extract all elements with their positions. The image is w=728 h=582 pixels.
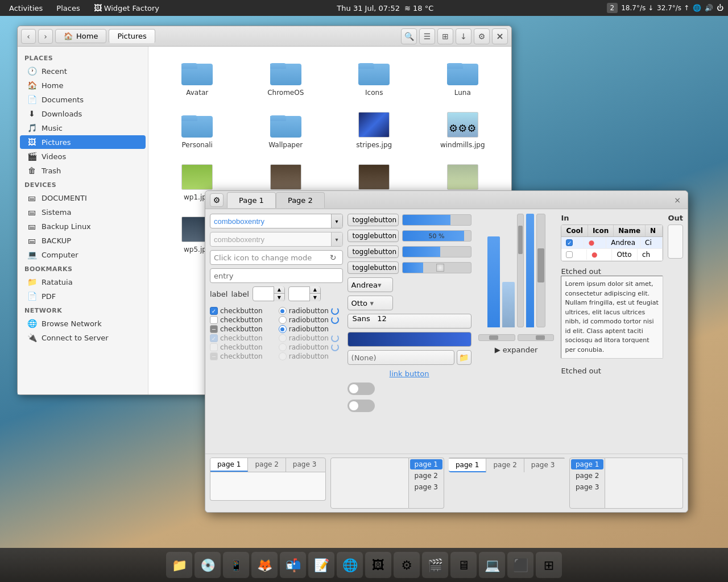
file-browse-button[interactable]: 📁 bbox=[457, 350, 471, 365]
activities-button[interactable]: Activities bbox=[5, 3, 47, 14]
workspace-indicator[interactable]: 2 bbox=[607, 3, 618, 13]
taskbar-icon-browser[interactable]: 🌐 bbox=[337, 552, 363, 578]
btab-page2-1[interactable]: page 2 bbox=[248, 458, 286, 472]
switch-2[interactable] bbox=[348, 400, 375, 412]
togglebutton-3[interactable]: togglebutton bbox=[348, 246, 399, 258]
btab-page1-3[interactable]: page 1 bbox=[449, 459, 486, 472]
tab-home[interactable]: 🏠 Home bbox=[55, 29, 106, 43]
row2-check[interactable] bbox=[566, 251, 573, 258]
combobox2[interactable]: ▾ bbox=[210, 232, 343, 247]
sidebar-item-sistema[interactable]: 🖴 Sistema bbox=[20, 205, 146, 219]
taskbar-icon-settings[interactable]: ⚙ bbox=[394, 552, 420, 578]
btab-page3-1[interactable]: page 3 bbox=[286, 458, 323, 472]
taskbar-icon-editor[interactable]: 📝 bbox=[308, 552, 334, 578]
tab-page1[interactable]: Page 1 bbox=[227, 192, 276, 208]
settings-button[interactable]: ⚙ bbox=[474, 28, 490, 44]
list-view-button[interactable]: ☰ bbox=[419, 28, 435, 44]
list-item[interactable]: Icons bbox=[332, 53, 416, 101]
sort-button[interactable]: ↓ bbox=[456, 28, 471, 44]
hscroll-1[interactable] bbox=[478, 334, 515, 341]
taskbar-icon-video[interactable]: 🎬 bbox=[422, 552, 448, 578]
spinner1-up[interactable]: ▲ bbox=[274, 286, 284, 294]
togglebutton-1[interactable]: togglebutton bbox=[348, 214, 399, 226]
radiobutton-2[interactable] bbox=[279, 316, 287, 324]
close-window-button[interactable]: × bbox=[492, 28, 508, 44]
sidebar-item-connect-server[interactable]: 🔌 Connect to Server bbox=[20, 331, 146, 344]
vscroll-1[interactable] bbox=[517, 214, 524, 327]
list-item[interactable]: Luna bbox=[421, 53, 505, 101]
sidebar-item-pictures[interactable]: 🖼 Pictures bbox=[20, 135, 146, 149]
vscroll-2[interactable] bbox=[536, 214, 545, 327]
sidebar-item-ratatuia[interactable]: 📁 Ratatuia bbox=[20, 275, 146, 289]
combobox2-input[interactable] bbox=[210, 235, 331, 244]
taskbar-icon-terminal[interactable]: ⬛ bbox=[507, 552, 533, 578]
refresh-icon[interactable]: ↻ bbox=[328, 252, 339, 263]
sidebar-item-documents[interactable]: 📄 Documents bbox=[20, 93, 146, 106]
list-item[interactable]: Wallpaper bbox=[244, 106, 328, 153]
table-row[interactable]: ● Otto ch bbox=[561, 249, 663, 261]
sidebar-item-trash[interactable]: 🗑 Trash bbox=[20, 164, 146, 177]
btab-page3-3[interactable]: page 3 bbox=[524, 459, 561, 472]
spinner1-down[interactable]: ▼ bbox=[274, 294, 284, 301]
list-item[interactable]: Personali bbox=[155, 106, 239, 153]
font-chooser-button[interactable]: Sans 12 bbox=[348, 314, 471, 329]
wd-settings-button[interactable]: ⚙ bbox=[210, 193, 224, 207]
vscroll-thumb-1[interactable] bbox=[518, 226, 523, 254]
combobox2-arrow[interactable]: ▾ bbox=[331, 232, 342, 246]
places-menu[interactable]: Places bbox=[52, 3, 84, 14]
combobox1-input[interactable] bbox=[210, 217, 331, 226]
row1-check[interactable] bbox=[566, 239, 573, 246]
sidebar-item-backup-linux[interactable]: 🖴 Backup Linux bbox=[20, 219, 146, 233]
table-row[interactable]: ● Andrea Ci bbox=[561, 237, 663, 249]
search-button[interactable]: 🔍 bbox=[401, 28, 417, 44]
hscroll-thumb-2[interactable] bbox=[536, 335, 545, 340]
btabs-list-item-1[interactable]: page 1 bbox=[410, 459, 442, 469]
tab-page2[interactable]: Page 2 bbox=[276, 192, 325, 208]
btab-page1-1[interactable]: page 1 bbox=[210, 458, 248, 472]
vscroll-thumb-2[interactable] bbox=[537, 248, 544, 282]
entry-field[interactable]: entry bbox=[210, 268, 343, 283]
dropdown-otto[interactable]: Otto ▾ bbox=[348, 296, 393, 310]
list-item[interactable]: Avatar bbox=[155, 53, 239, 101]
combobox1[interactable]: ▾ bbox=[210, 214, 343, 228]
hscroll-2[interactable] bbox=[518, 334, 555, 341]
taskbar-icon-mail[interactable]: 📬 bbox=[280, 552, 306, 578]
wd-close-button[interactable]: × bbox=[672, 194, 683, 206]
taskbar-icon-grid[interactable]: ⊞ bbox=[536, 552, 562, 578]
taskbar-icon-laptop[interactable]: 💻 bbox=[479, 552, 505, 578]
list-item[interactable]: ChromeOS bbox=[244, 53, 328, 101]
btab-page2-3[interactable]: page 2 bbox=[486, 459, 524, 472]
spinner2-up[interactable]: ▲ bbox=[310, 286, 320, 294]
sidebar-item-computer[interactable]: 💻 Computer bbox=[20, 248, 146, 261]
checkbutton-3[interactable] bbox=[210, 325, 218, 333]
sidebar-item-documenti[interactable]: 🖴 DOCUMENTI bbox=[20, 191, 146, 205]
combobox1-arrow[interactable]: ▾ bbox=[331, 214, 342, 228]
spinner2-down[interactable]: ▼ bbox=[310, 294, 320, 301]
togglebutton-2[interactable]: togglebutton bbox=[348, 230, 399, 242]
radiobutton-1[interactable] bbox=[279, 307, 287, 315]
sidebar-item-downloads[interactable]: ⬇ Downloads bbox=[20, 107, 146, 120]
forward-button[interactable]: › bbox=[38, 29, 53, 44]
taskbar-icon-photos[interactable]: 🖼 bbox=[365, 552, 391, 578]
radiobutton-3[interactable] bbox=[279, 325, 287, 333]
volume-icon[interactable]: 🔊 bbox=[705, 4, 713, 12]
hscroll-thumb-1[interactable] bbox=[489, 335, 498, 340]
sidebar-item-home[interactable]: 🏠 Home bbox=[20, 78, 146, 92]
checkbutton-2[interactable] bbox=[210, 316, 218, 324]
power-icon[interactable]: ⏻ bbox=[717, 4, 723, 12]
expander-row[interactable]: ▶ expander bbox=[495, 346, 538, 354]
grid-view-button[interactable]: ⊞ bbox=[437, 28, 453, 44]
color-button[interactable] bbox=[348, 332, 471, 347]
sidebar-item-music[interactable]: 🎵 Music bbox=[20, 121, 146, 135]
togglebutton-4[interactable]: togglebutton bbox=[348, 261, 399, 274]
list-item[interactable]: stripes.jpg bbox=[332, 106, 416, 153]
taskbar-icon-files[interactable]: 📁 bbox=[166, 552, 192, 578]
link-button[interactable]: link button bbox=[348, 368, 471, 379]
mode-entry[interactable]: Click icon to change mode ↻ bbox=[210, 250, 343, 265]
taskbar-icon-firefox[interactable]: 🦊 bbox=[251, 552, 278, 578]
spinner1[interactable]: ▲ ▼ bbox=[253, 286, 285, 301]
taskbar-icon-app3[interactable]: 📱 bbox=[223, 552, 249, 578]
spinner2[interactable]: ▲ ▼ bbox=[288, 286, 321, 301]
back-button[interactable]: ‹ bbox=[21, 29, 36, 44]
btabs-list4-item-1[interactable]: page 1 bbox=[571, 459, 603, 469]
